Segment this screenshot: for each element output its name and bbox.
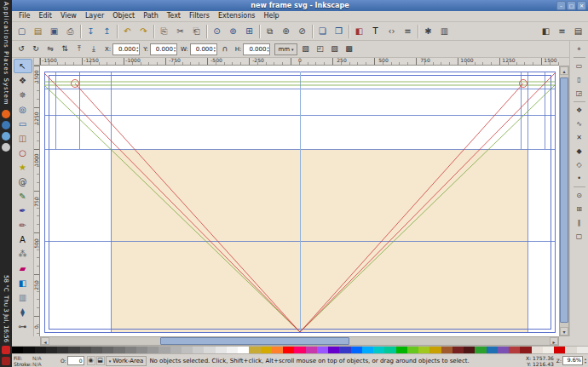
palette-swatch[interactable] (35, 347, 46, 353)
clock[interactable]: Thu 3 Jul, 16:56 (3, 295, 9, 342)
terminal-icon[interactable] (2, 143, 10, 152)
spinner-arrows[interactable]: ▴▾ (214, 46, 216, 53)
menu-item-help[interactable]: Help (259, 11, 283, 21)
rotate-cw-button[interactable]: ↻ (29, 43, 43, 56)
snap-midpoints-toggle[interactable]: • (572, 172, 587, 185)
menu-item-layer[interactable]: Layer (81, 11, 108, 21)
units-dropdown[interactable]: mm ▾ (274, 43, 297, 55)
menu-item-object[interactable]: Object (108, 11, 139, 21)
save-document-button[interactable]: ▣ (46, 23, 62, 39)
ellipse-tool[interactable]: ○ (14, 146, 32, 160)
snap-enable-toggle[interactable]: ⌖ (572, 43, 587, 55)
palette-swatch[interactable] (249, 347, 260, 353)
zoom-tool[interactable]: ◎ (14, 102, 32, 117)
palette-swatch[interactable] (565, 347, 576, 353)
palette-swatch[interactable] (159, 347, 170, 353)
undo-button[interactable]: ↶ (119, 23, 135, 39)
align-dialog-button[interactable]: ≡ (400, 23, 416, 39)
menu-item-extensions[interactable]: Extensions (214, 11, 259, 21)
rectangle-tool[interactable]: ▭ (14, 117, 32, 131)
snap-bbox-edges-toggle[interactable]: ▯ (572, 73, 587, 86)
paste-button[interactable]: ⎗ (188, 23, 205, 39)
snap-cusp-nodes-toggle[interactable]: ◆ (572, 145, 587, 158)
snap-paths-toggle[interactable]: ∿ (572, 118, 587, 130)
palette-swatch[interactable] (362, 347, 373, 353)
group-button[interactable]: ❏ (314, 23, 331, 39)
maximize-button[interactable]: ▢ (567, 1, 576, 10)
spinner-arrows[interactable]: ▴▾ (174, 46, 176, 53)
palette-swatch[interactable] (328, 347, 339, 353)
layer-lock-toggle[interactable]: ⬓ (96, 356, 105, 365)
palette-swatch[interactable] (351, 347, 362, 353)
palette-swatch[interactable] (396, 347, 407, 353)
dropper-tool[interactable]: ⧫ (14, 305, 32, 319)
palette-swatch[interactable] (68, 347, 79, 353)
menu-item-file[interactable]: File (14, 11, 34, 21)
vertical-scroll-track[interactable] (560, 75, 568, 327)
snap-smooth-nodes-toggle[interactable]: ◇ (572, 158, 587, 171)
palette-swatch[interactable] (339, 347, 350, 353)
raise-to-top-button[interactable]: ⤒ (72, 43, 86, 56)
move-corners-toggle[interactable]: ◰ (314, 43, 327, 56)
palette-swatch[interactable] (418, 347, 429, 353)
layer-dropdown[interactable]: ▾ Work-Area (106, 356, 147, 366)
palette-swatch[interactable] (407, 347, 418, 353)
duplicate-button[interactable]: ⧉ (262, 23, 278, 39)
palette-swatch[interactable] (182, 347, 193, 353)
palette-swatch[interactable] (317, 347, 328, 353)
ruler-top[interactable]: -1500-1250-1000-750-500-2500250500750100… (40, 58, 559, 66)
snap-page-toggle[interactable]: ▢ (572, 230, 587, 243)
flip-vertical-button[interactable]: ⇅ (58, 43, 72, 56)
menu-item-edit[interactable]: Edit (34, 11, 56, 21)
connector-tool[interactable]: ⊶ (14, 319, 32, 334)
palette-swatch[interactable] (475, 347, 486, 353)
copy-button[interactable]: ⎘ (156, 23, 172, 39)
create-clone-button[interactable]: ⊕ (278, 23, 294, 39)
menu-item-text[interactable]: Text (163, 11, 185, 21)
palette-swatch[interactable] (80, 347, 91, 353)
menu-item-path[interactable]: Path (139, 11, 163, 21)
palette-swatch[interactable] (204, 347, 215, 353)
horizontal-scroll-thumb[interactable] (160, 337, 349, 345)
snap-intersections-toggle[interactable]: ✕ (572, 131, 587, 144)
alert-icon[interactable] (2, 346, 10, 354)
lock-width-height-toggle[interactable]: ∩ (218, 43, 232, 56)
document-properties-button[interactable]: ▥ (436, 23, 453, 39)
node-tool[interactable]: ❖ (14, 73, 32, 88)
spray-tool[interactable]: ⁂ (14, 247, 32, 261)
zoom-widget[interactable]: Z: 9.6% ▴▾ (556, 356, 586, 365)
zoom-input[interactable]: 9.6% (562, 356, 583, 365)
palette-swatch[interactable] (532, 347, 543, 353)
open-document-button[interactable]: ▤ (30, 23, 46, 39)
canvas[interactable] (40, 66, 559, 336)
move-pattern-toggle[interactable]: ▩ (343, 43, 356, 56)
palette-swatch[interactable] (57, 347, 68, 353)
zoom-spinner-arrows[interactable]: ▴▾ (585, 358, 586, 364)
unlink-clone-button[interactable]: ⊘ (294, 23, 310, 39)
close-button[interactable]: ✕ (577, 1, 586, 10)
palette-swatch[interactable] (306, 347, 317, 353)
calligraphy-tool[interactable]: ✏ (14, 218, 32, 232)
export-button[interactable]: ↥ (99, 23, 115, 39)
menu-item-filters[interactable]: Filters (185, 11, 214, 21)
pencil-tool[interactable]: ✎ (14, 189, 32, 204)
titlebar[interactable]: new frame svg - Inkscape –▢✕ (12, 0, 588, 11)
eraser-tool[interactable]: ▰ (14, 261, 32, 276)
palette-swatch[interactable] (46, 347, 57, 353)
menu-item-view[interactable]: View (56, 11, 81, 21)
palette-swatch[interactable] (453, 347, 464, 353)
workspace-switcher-icon[interactable] (2, 357, 10, 365)
text-tool[interactable]: A (14, 232, 32, 247)
gradient-tool[interactable]: ▥ (14, 290, 32, 305)
palette-swatch[interactable] (102, 347, 113, 353)
text-dialog-button[interactable]: T (367, 23, 383, 39)
w-field[interactable]: 0.000▴▾ (190, 43, 217, 55)
palette-swatch[interactable] (294, 347, 305, 353)
spinner-arrows[interactable]: ▴▾ (267, 46, 268, 53)
ruler-left[interactable]: 1500125010007505002500 (34, 66, 40, 336)
palette-swatch[interactable] (543, 347, 554, 353)
cut-button[interactable]: ✂ (172, 23, 188, 39)
spiral-tool[interactable]: @ (14, 175, 32, 189)
palette-swatch[interactable] (261, 347, 272, 353)
email-icon[interactable] (2, 121, 10, 129)
